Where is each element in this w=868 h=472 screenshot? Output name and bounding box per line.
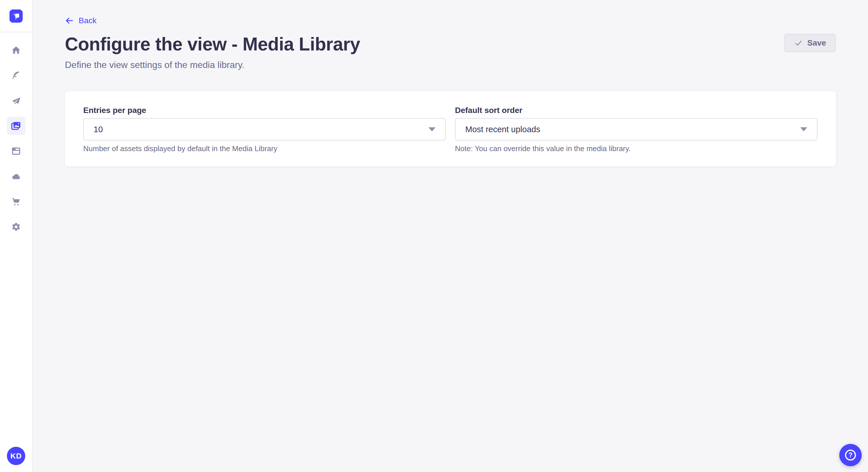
entries-per-page-select[interactable]: 10	[83, 118, 446, 140]
page-header: Configure the view - Media Library Defin…	[65, 34, 836, 71]
check-icon	[794, 39, 803, 47]
sidebar-item-content-type-builder[interactable]	[7, 142, 25, 160]
default-sort-order-value: Most recent uploads	[465, 125, 540, 134]
sidebar-item-release[interactable]	[7, 92, 25, 110]
page-header-text: Configure the view - Media Library Defin…	[65, 34, 360, 71]
default-sort-order-label: Default sort order	[455, 105, 817, 115]
help-button[interactable]: ?	[839, 444, 862, 466]
save-button-label: Save	[807, 38, 826, 47]
settings-card: Entries per page 10 Number of assets dis…	[65, 91, 836, 166]
sidebar-item-media-library[interactable]	[7, 117, 25, 135]
sidebar-item-deploy[interactable]	[7, 167, 25, 186]
entries-per-page-value: 10	[94, 125, 103, 134]
layout-icon	[11, 146, 21, 156]
sidebar-item-settings[interactable]	[7, 217, 25, 236]
chevron-down-icon	[429, 127, 435, 131]
sidebar-item-home[interactable]	[7, 41, 25, 59]
sidebar-nav	[7, 32, 25, 236]
strapi-logo-icon[interactable]	[9, 9, 23, 23]
gear-icon	[11, 222, 21, 232]
cloud-icon	[11, 171, 21, 181]
paper-plane-icon	[11, 96, 21, 105]
entries-per-page-hint: Number of assets displayed by default in…	[83, 144, 446, 153]
logo-container	[0, 0, 32, 32]
entries-per-page-label: Entries per page	[83, 105, 446, 115]
strapi-logo-glyph	[9, 9, 23, 23]
back-link[interactable]: Back	[65, 16, 96, 25]
field-entries-per-page: Entries per page 10 Number of assets dis…	[83, 105, 446, 153]
sidebar-item-marketplace[interactable]	[7, 193, 25, 211]
default-sort-order-hint: Note: You can override this value in the…	[455, 144, 817, 153]
home-icon	[11, 45, 21, 55]
media-library-icon	[11, 121, 22, 131]
chevron-down-icon	[800, 127, 807, 131]
question-mark-icon: ?	[845, 450, 856, 461]
main-content: Back Configure the view - Media Library …	[33, 0, 868, 472]
sidebar: KD	[0, 0, 33, 472]
sidebar-item-content-manager[interactable]	[7, 66, 25, 85]
page-title: Configure the view - Media Library	[65, 34, 360, 55]
back-label: Back	[79, 16, 96, 25]
default-sort-order-select[interactable]: Most recent uploads	[455, 118, 817, 140]
cart-icon	[11, 197, 21, 206]
arrow-left-icon	[65, 16, 74, 25]
page-subtitle: Define the view settings of the media li…	[65, 59, 360, 71]
save-button[interactable]: Save	[784, 34, 836, 52]
field-default-sort-order: Default sort order Most recent uploads N…	[455, 105, 817, 153]
avatar[interactable]: KD	[7, 447, 25, 465]
feather-icon	[11, 71, 21, 80]
